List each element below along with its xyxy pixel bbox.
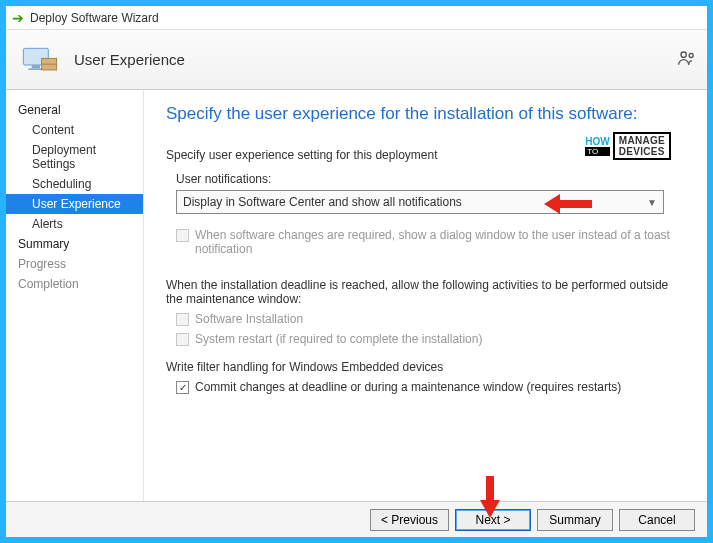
sidebar-item-scheduling[interactable]: Scheduling — [6, 174, 143, 194]
title-arrow-icon: ➔ — [12, 10, 24, 26]
watermark-to: TO — [585, 147, 609, 156]
user-notifications-value: Display in Software Center and show all … — [183, 195, 462, 209]
cancel-button[interactable]: Cancel — [619, 509, 695, 531]
sidebar-item-content[interactable]: Content — [6, 120, 143, 140]
sidebar-item-summary[interactable]: Summary — [6, 234, 143, 254]
commit-changes-checkbox[interactable]: ✓ — [176, 381, 189, 394]
dialog-window-checkbox — [176, 229, 189, 242]
svg-marker-8 — [480, 476, 500, 518]
header-band: User Experience — [6, 30, 707, 90]
body: General Content Deployment Settings Sche… — [6, 90, 707, 501]
sidebar-item-progress: Progress — [6, 254, 143, 274]
system-restart-checkbox — [176, 333, 189, 346]
user-notifications-label: User notifications: — [176, 172, 687, 186]
main-heading: Specify the user experience for the inst… — [166, 104, 687, 124]
people-icon — [677, 48, 697, 72]
watermark-manage: MANAGE — [619, 135, 665, 146]
svg-point-6 — [689, 54, 693, 58]
chevron-down-icon: ▼ — [647, 197, 657, 208]
footer-buttons: < Previous Next > Summary Cancel — [6, 501, 707, 537]
window-title: Deploy Software Wizard — [30, 11, 159, 25]
software-installation-checkbox — [176, 313, 189, 326]
sidebar-item-deployment-settings[interactable]: Deployment Settings — [6, 140, 143, 174]
software-installation-label: Software Installation — [195, 312, 303, 326]
summary-button[interactable]: Summary — [537, 509, 613, 531]
nav-sidebar: General Content Deployment Settings Sche… — [6, 90, 144, 501]
annotation-arrow-left-icon — [544, 192, 594, 216]
svg-rect-2 — [28, 68, 43, 70]
sidebar-item-completion: Completion — [6, 274, 143, 294]
titlebar: ➔ Deploy Software Wizard — [6, 6, 707, 30]
watermark-logo: HOW TO MANAGE DEVICES — [585, 132, 671, 160]
svg-point-5 — [681, 52, 686, 57]
svg-rect-1 — [32, 65, 40, 68]
main-panel: Specify the user experience for the inst… — [144, 90, 707, 501]
page-title: User Experience — [74, 51, 185, 68]
system-restart-label: System restart (if required to complete … — [195, 332, 482, 346]
previous-button[interactable]: < Previous — [370, 509, 449, 531]
dialog-window-label: When software changes are required, show… — [195, 228, 687, 256]
write-filter-label: Write filter handling for Windows Embedd… — [166, 360, 687, 374]
svg-marker-7 — [544, 194, 592, 214]
watermark-how: HOW — [585, 137, 609, 147]
wizard-window: ➔ Deploy Software Wizard User Experience… — [0, 0, 713, 543]
monitor-box-icon — [20, 40, 60, 80]
annotation-arrow-down-icon — [478, 476, 502, 518]
sidebar-item-user-experience[interactable]: User Experience — [6, 194, 143, 214]
deadline-text: When the installation deadline is reache… — [166, 278, 687, 306]
commit-changes-label: Commit changes at deadline or during a m… — [195, 380, 621, 394]
watermark-devices: DEVICES — [619, 146, 665, 157]
sidebar-item-alerts[interactable]: Alerts — [6, 214, 143, 234]
sidebar-item-general[interactable]: General — [6, 100, 143, 120]
